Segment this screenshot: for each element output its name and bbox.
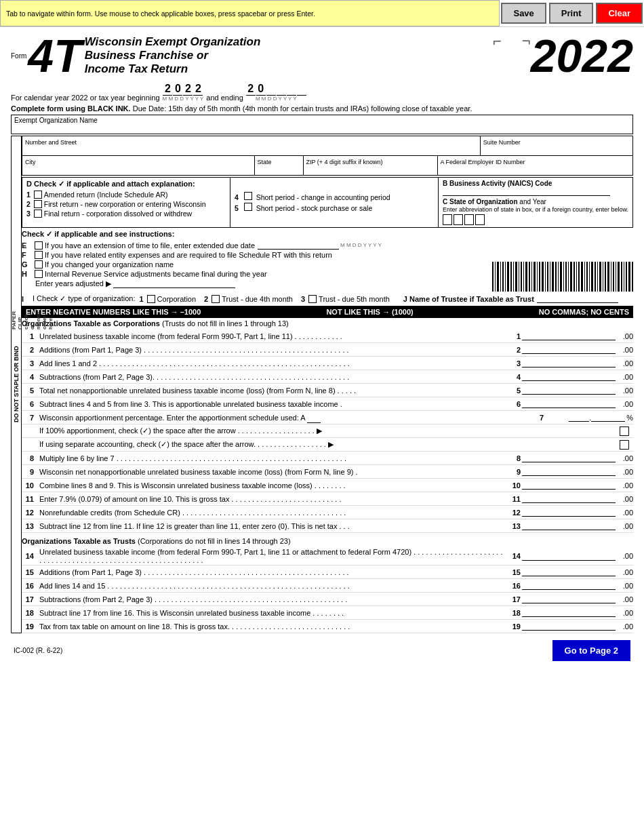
svg-rect-20 [542,262,544,292]
svg-rect-12 [521,262,522,292]
city-input[interactable] [25,165,251,174]
trust-line-value-input[interactable] [522,581,616,590]
years-adjusted-field[interactable] [113,279,235,288]
year-box-1[interactable] [443,214,452,225]
year-box-4[interactable] [475,214,485,225]
svg-rect-29 [565,262,567,292]
line-row: 7 Wisconsin apportionment percentage. En… [22,411,633,424]
f-checkbox[interactable] [35,251,43,259]
line-value-input[interactable] [522,481,616,490]
line-value-input[interactable] [522,372,616,381]
apportionment-input[interactable] [307,412,321,423]
svg-rect-51 [624,262,624,292]
side-label: DO NOT STAPLE OR BIND [11,136,22,633]
fed-ein-label: A Federal Employer ID Number [441,159,525,165]
year-box-3[interactable] [464,214,474,225]
zip-input[interactable] [306,165,435,174]
form-code: IC-002 (R. 6-22) [14,647,62,654]
line-num: 10 [22,481,37,490]
negative-center: NOT LIKE THIS → (1000) [326,308,413,316]
svg-rect-32 [573,262,575,292]
trust-line-ref: 16 [508,582,522,590]
line-value-input[interactable] [522,467,616,476]
trust-line-value-input[interactable] [522,608,616,617]
line-num: 12 [22,509,37,517]
naics-input[interactable] [443,187,610,196]
line-value-block: .00 [522,372,633,381]
line-value-input[interactable] [522,332,616,340]
line-value-input[interactable] [522,345,616,354]
city-row-cell: City State ZIP (+ 4 digit suffix if know… [22,156,633,176]
line-value-block: .00 [522,508,633,517]
item5-checkbox[interactable] [244,203,252,211]
i-trust4-checkbox[interactable] [212,295,220,303]
main-content: Form 4T Wisconsin Exempt Organization Bu… [0,27,644,668]
trust-line-value-input[interactable] [522,552,616,561]
j-input-field[interactable] [537,294,618,303]
item4-checkbox[interactable] [244,192,252,200]
item1-checkbox[interactable] [34,191,42,199]
line-value-input[interactable] [522,399,616,408]
svg-rect-1 [492,262,494,292]
line-value-input[interactable] [522,359,616,368]
form-number: 4T [28,33,81,79]
item3-checkbox[interactable] [34,210,42,218]
section-trust-label: Organizations Taxable as Trusts [22,537,136,545]
year-box-2[interactable] [454,214,463,225]
exempt-org-input[interactable] [14,124,630,132]
svg-rect-42 [599,262,601,292]
trust-line-row: 15 Additions (from Part 1, Page 3) . . .… [22,565,633,579]
state-input[interactable] [258,165,300,174]
line-value-input[interactable] [522,454,616,462]
trust-line-value-input[interactable] [522,595,616,603]
save-button[interactable]: Save [501,3,546,24]
trust-line-value-input[interactable] [522,622,616,631]
line-num: 3 [22,359,37,368]
trust-line-num: 16 [22,582,37,590]
line-num: 1 [22,332,37,340]
i-trust5-checkbox[interactable] [308,295,317,303]
e-date-field[interactable] [258,241,339,250]
line-desc: If 100% apportionment, check (✓) the spa… [37,426,616,436]
line-desc: If using separate accounting, check (✓) … [37,439,616,450]
line-value-input-pct2[interactable] [591,413,625,422]
g-checkbox[interactable] [35,260,43,269]
line-value-input[interactable] [522,494,616,503]
fed-ein-input[interactable] [441,165,630,174]
address-street-input[interactable] [25,146,477,154]
check-d-right: 4 Short period - change in accounting pe… [230,177,439,228]
item2-checkbox[interactable] [34,200,42,208]
address-table: Number and Street Suite Number City [22,136,633,176]
check-h-row: H Internal Revenue Service adjustments b… [22,270,267,278]
suite-input[interactable] [483,146,630,154]
line-checkbox[interactable] [620,426,629,436]
form-title-block: Wisconsin Exempt Organization Business F… [85,33,493,76]
trust-line-cents: .00 [616,622,633,631]
e-checkbox[interactable] [35,241,43,250]
line-value-input[interactable] [522,386,616,395]
item1-label: Amended return (Include Schedule AR) [44,191,168,199]
trust-line-value-input[interactable] [522,568,616,576]
line-value-input[interactable] [522,508,616,517]
trust-line-cents: .00 [616,609,633,617]
negative-banner: ENTER NEGATIVE NUMBERS LIKE THIS → –1000… [22,306,633,318]
svg-rect-23 [550,262,550,292]
line-checkbox[interactable] [620,440,629,450]
line-value-input-pct1[interactable] [569,413,589,422]
check-d-section: D Check ✓ if applicable and attach expla… [22,177,633,228]
goto-page-button[interactable]: Go to Page 2 [552,640,630,661]
line-desc: Multiply line 6 by line 7 . . . . . . . … [37,454,508,463]
line-desc: Subtract lines 4 and 5 from line 3. This… [37,399,508,409]
trust-lines-container: 14 Unrelated business taxable income (fr… [22,547,633,633]
line-value-input[interactable] [522,521,616,530]
state-org-note: Enter abbreviation of state in box, or i… [443,206,628,213]
i-corp-checkbox[interactable] [147,295,155,303]
print-button[interactable]: Print [549,3,594,24]
line-row: 4 Subtractions (from Part 2, Page 3). . … [22,370,633,384]
item2-label: First return - new corporation or enteri… [44,200,206,208]
line-value-block: .00 [522,386,633,395]
h-checkbox[interactable] [35,270,43,278]
clear-button[interactable]: Clear [596,3,643,24]
svg-rect-16 [531,262,532,292]
enter-years-row: Enter years adjusted ▶ [35,279,267,288]
